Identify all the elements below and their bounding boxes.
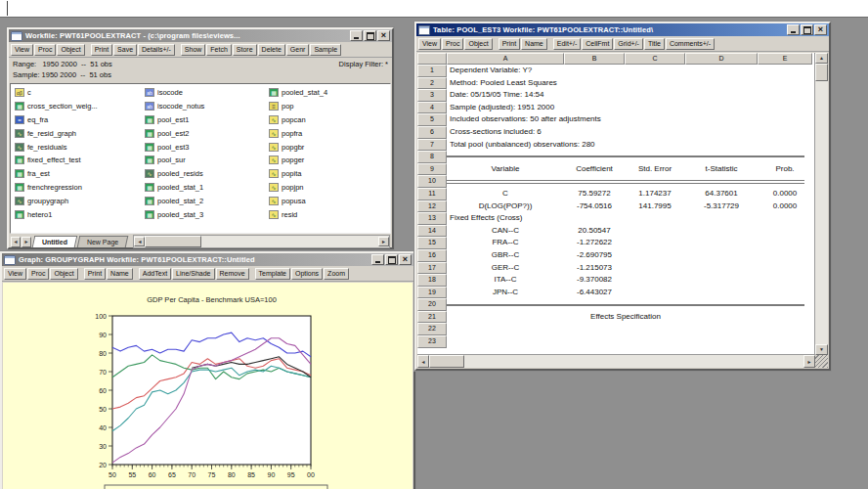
toolbar-button-object[interactable]: Object <box>50 268 77 280</box>
list-item[interactable]: ▦pooled_stat_2 <box>145 194 265 207</box>
cell[interactable]: -2.690795 <box>564 249 625 262</box>
row-content[interactable]: Included observations: 50 after adjustme… <box>447 113 828 126</box>
cell[interactable] <box>758 237 812 249</box>
vertical-scroll-thumb[interactable] <box>815 64 828 81</box>
row-content[interactable]: Cross-sections included: 6 <box>447 126 828 139</box>
toolbar-button-grid-[interactable]: Grid+/- <box>614 38 643 50</box>
cell[interactable]: FRA--C <box>447 237 564 249</box>
row-number-cell[interactable]: 23 <box>417 335 447 348</box>
list-item[interactable]: ▦frenchregression <box>15 181 141 195</box>
row-number-cell[interactable]: 19 <box>417 287 447 299</box>
cell[interactable]: -5.317729 <box>685 200 758 213</box>
row-number-cell[interactable]: 14 <box>417 225 447 238</box>
row-number-cell[interactable]: 15 <box>417 237 447 249</box>
list-item[interactable]: ▦fra_est <box>15 167 141 181</box>
column-header-a[interactable]: A <box>447 53 564 65</box>
cell[interactable] <box>625 249 685 262</box>
list-item[interactable]: abisocode_notus <box>145 100 265 113</box>
cell[interactable] <box>625 225 685 238</box>
scroll-down-button[interactable]: ▼ <box>815 344 828 355</box>
list-item[interactable]: ∿pooled_resids <box>145 167 265 181</box>
cell[interactable] <box>758 274 812 287</box>
row-number-cell[interactable]: 13 <box>417 212 447 225</box>
cell[interactable] <box>685 274 758 287</box>
column-header-b[interactable]: B <box>564 53 625 65</box>
row-number-cell[interactable]: 16 <box>417 249 447 262</box>
list-item[interactable]: αβc <box>15 86 141 100</box>
row-content[interactable] <box>447 151 828 163</box>
cell[interactable]: 0.0000 <box>758 188 812 200</box>
list-item[interactable]: ▦pool_est1 <box>145 113 265 127</box>
toolbar-button-name[interactable]: Name <box>521 38 547 50</box>
toolbar-button-proc[interactable]: Proc <box>34 44 56 56</box>
list-item[interactable]: ∿popusa <box>269 194 390 207</box>
list-item[interactable]: ▦pooled_stat_3 <box>145 207 265 221</box>
cell[interactable]: Coefficient <box>564 163 625 176</box>
cell[interactable]: 64.37601 <box>685 188 758 200</box>
graph-canvas[interactable]: GDP Per Capita - Benchmark USA=100203040… <box>3 283 412 489</box>
toolbar-button-print[interactable]: Print <box>84 268 106 280</box>
list-item[interactable]: ▦pool_sur <box>145 154 265 167</box>
cell[interactable]: -1.272622 <box>564 237 625 249</box>
row-number-cell[interactable]: 3 <box>417 89 447 102</box>
toolbar-button-proc[interactable]: Proc <box>442 38 463 50</box>
maximize-button[interactable] <box>801 24 813 35</box>
list-item[interactable]: =eq_fra <box>15 113 141 127</box>
list-item[interactable]: ▦cross_section_weig... <box>15 100 141 113</box>
column-header-e[interactable]: E <box>758 53 812 65</box>
row-number-cell[interactable]: 6 <box>417 126 447 139</box>
cell[interactable] <box>758 287 812 299</box>
cell[interactable]: -754.0516 <box>564 200 625 213</box>
row-content[interactable]: Fixed Effects (Cross) <box>447 212 828 225</box>
toolbar-button-zoom[interactable]: Zoom <box>324 268 349 280</box>
row-number-cell[interactable]: 17 <box>417 262 447 275</box>
horizontal-scroll-thumb[interactable] <box>429 355 464 368</box>
toolbar-button-object[interactable]: Object <box>464 38 492 50</box>
list-item[interactable]: ▦pool_est3 <box>145 140 265 154</box>
cell[interactable]: GBR--C <box>447 249 564 262</box>
row-number-cell[interactable]: 10 <box>417 175 447 188</box>
row-content[interactable]: C75.592721.17423764.376010.0000 <box>447 188 828 200</box>
list-item[interactable]: ∿resid <box>269 207 390 221</box>
cell[interactable]: Std. Error <box>625 163 685 176</box>
toolbar-button-store[interactable]: Store <box>233 44 257 56</box>
cell[interactable]: CAN--C <box>447 225 564 238</box>
cell[interactable]: GER--C <box>447 262 564 275</box>
list-item[interactable]: abisocode <box>145 86 265 100</box>
cell[interactable]: -9.370082 <box>564 274 625 287</box>
row-content[interactable]: Sample (adjusted): 1951 2000 <box>447 102 828 114</box>
toolbar-button-title[interactable]: Title <box>644 38 665 50</box>
row-content[interactable]: Method: Pooled Least Squares <box>447 77 828 90</box>
cell[interactable] <box>685 262 758 275</box>
row-number-cell[interactable]: 11 <box>417 188 447 200</box>
row-content[interactable]: Date: 05/15/05 Time: 14:54 <box>447 89 828 102</box>
minimize-button[interactable] <box>787 24 800 35</box>
maximize-button[interactable] <box>385 254 398 265</box>
toolbar-button-save[interactable]: Save <box>113 44 137 56</box>
close-button[interactable]: × <box>399 254 412 265</box>
toolbar-button-edit-[interactable]: Edit+/- <box>553 38 581 50</box>
cell[interactable]: JPN--C <box>447 287 564 299</box>
list-item[interactable]: ∿fe_residuals <box>15 140 141 154</box>
row-content[interactable]: Effects Specification <box>447 311 828 324</box>
toolbar-button-details-[interactable]: Details+/- <box>138 44 175 56</box>
cell[interactable]: 75.59272 <box>564 188 625 200</box>
tab-scroll-thumb[interactable] <box>145 236 201 247</box>
row-number-cell[interactable]: 9 <box>417 163 447 176</box>
list-item[interactable]: ∿popjpn <box>269 181 390 195</box>
toolbar-button-proc[interactable]: Proc <box>27 268 49 280</box>
cell[interactable] <box>758 225 812 238</box>
cell[interactable] <box>625 237 685 249</box>
cell[interactable] <box>685 225 758 238</box>
scroll-left-button[interactable]: ◄ <box>417 355 429 368</box>
scroll-right-button[interactable]: ► <box>803 355 815 368</box>
list-item[interactable]: ▦fixed_effect_test <box>15 154 141 167</box>
cell[interactable]: 141.7995 <box>625 200 685 213</box>
row-content[interactable] <box>447 323 828 335</box>
column-header-d[interactable]: D <box>685 53 758 65</box>
toolbar-button-fetch[interactable]: Fetch <box>206 44 232 56</box>
minimize-button[interactable] <box>371 254 384 265</box>
list-item[interactable]: ▦pooled_stat_1 <box>145 181 265 195</box>
cell[interactable] <box>758 262 812 275</box>
graph-titlebar[interactable]: Graph: GROUPYGRAPH Workfile: PWT61POOLEX… <box>2 253 413 266</box>
